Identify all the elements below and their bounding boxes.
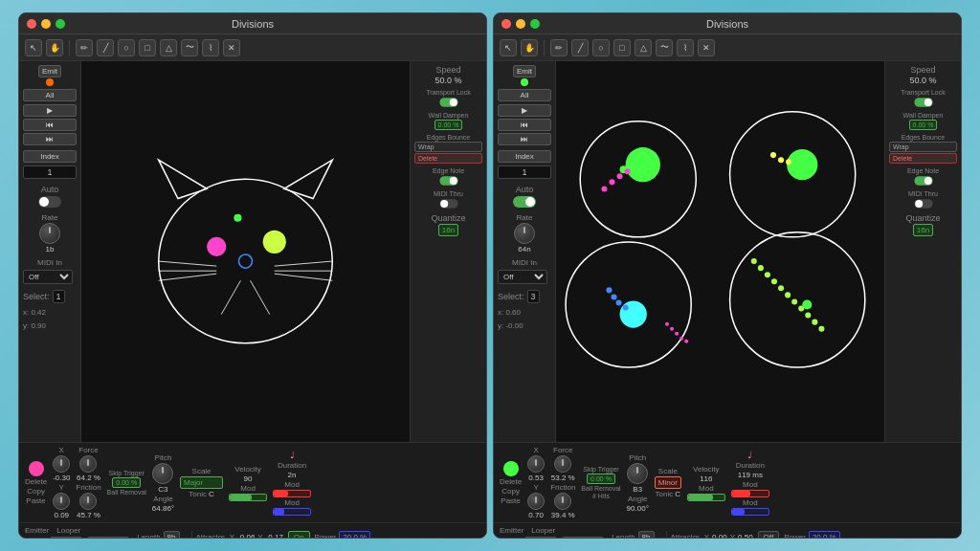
- midi-in-select[interactable]: Off: [23, 270, 73, 284]
- canvas-right[interactable]: [556, 61, 884, 442]
- circle-tool[interactable]: ○: [118, 39, 135, 56]
- triangle-tool[interactable]: △: [160, 39, 177, 56]
- close-button-right[interactable]: [501, 19, 511, 29]
- pitch-knob-r[interactable]: [627, 463, 648, 484]
- rate-knob-r[interactable]: [514, 223, 535, 244]
- canvas-left[interactable]: [81, 61, 410, 442]
- x-knob[interactable]: [53, 455, 70, 473]
- x-tool-r[interactable]: ✕: [698, 39, 715, 56]
- lasso-tool[interactable]: ⌇: [202, 39, 219, 56]
- friction-knob-r[interactable]: [554, 493, 571, 510]
- line-tool-r[interactable]: ╱: [571, 39, 589, 56]
- x-tool[interactable]: ✕: [223, 39, 240, 56]
- forward-button[interactable]: ⏭: [23, 133, 77, 145]
- clear-value-button-r[interactable]: Clear Value: [562, 537, 604, 539]
- cursor-tool-r[interactable]: ↖: [500, 39, 517, 56]
- midi-thru-toggle-r[interactable]: [914, 199, 932, 209]
- toolbar-sep-r: [544, 40, 545, 55]
- tonic-row-r: Tonic C: [656, 490, 680, 498]
- y-knob[interactable]: [53, 493, 70, 510]
- emitter-looper-group: Emitter Looper ▶ Clear All Clear Value: [25, 526, 129, 539]
- svg-point-50: [684, 340, 688, 343]
- delete-button-r[interactable]: [503, 461, 519, 476]
- transport-lock-toggle-r[interactable]: [914, 98, 932, 107]
- pencil-tool[interactable]: ✏: [76, 39, 93, 56]
- scale-dropdown-r[interactable]: Minor: [655, 476, 681, 489]
- line-tool[interactable]: ╱: [97, 39, 114, 56]
- maximize-button-right[interactable]: [530, 19, 540, 29]
- triangle-tool-r[interactable]: △: [635, 39, 652, 56]
- forward-button-r[interactable]: ⏭: [498, 133, 551, 145]
- delete-option[interactable]: Delete: [414, 153, 482, 164]
- attractor-label-r: Attractor: [671, 533, 700, 540]
- mod-bar: [229, 494, 267, 501]
- back-button[interactable]: ⏮: [23, 119, 77, 131]
- edge-note-control-r: Edge Note: [889, 167, 957, 187]
- delete-button[interactable]: [29, 461, 44, 476]
- midi-in-select-r[interactable]: Off: [498, 270, 547, 284]
- attractor-off[interactable]: Off: [758, 531, 780, 540]
- back-button-r[interactable]: ⏮: [498, 119, 551, 131]
- svg-point-36: [765, 272, 770, 277]
- angle-value: 64.86°: [152, 504, 174, 513]
- play-button[interactable]: ▶: [23, 104, 77, 117]
- force-knob-r[interactable]: [554, 455, 571, 473]
- scale-dropdown[interactable]: Major: [180, 476, 223, 489]
- pitch-knob[interactable]: [152, 463, 173, 484]
- x-knob-r[interactable]: [527, 455, 545, 473]
- clear-all-button-r[interactable]: Clear All: [524, 537, 557, 539]
- speed-label-r: Speed: [910, 65, 935, 75]
- midi-thru-toggle[interactable]: [439, 199, 457, 209]
- rec-dot[interactable]: [25, 539, 33, 540]
- rect-tool[interactable]: □: [139, 39, 156, 56]
- rect-tool-r[interactable]: □: [613, 39, 631, 56]
- attractor-on[interactable]: On: [288, 531, 310, 540]
- auto-toggle[interactable]: [38, 196, 61, 208]
- window-title-left: Divisions: [232, 18, 274, 30]
- minimize-button-right[interactable]: [516, 19, 525, 29]
- edges-bounce-control-r: Edges Bounce Wrap Delete: [889, 134, 957, 164]
- auto-toggle-r[interactable]: [513, 196, 536, 208]
- all-button-r[interactable]: All: [498, 89, 551, 101]
- rate-knob[interactable]: [39, 223, 60, 244]
- delete-option-r[interactable]: Delete: [889, 153, 957, 164]
- index-button-r[interactable]: Index: [498, 150, 551, 163]
- close-button-left[interactable]: [27, 19, 36, 29]
- power-group: Power 20.0 %: [315, 531, 371, 540]
- y-knob-r[interactable]: [527, 493, 545, 510]
- wave-tool-r[interactable]: 〜: [656, 39, 673, 56]
- svg-point-39: [785, 292, 791, 298]
- friction-knob[interactable]: [79, 493, 97, 510]
- edge-note-toggle[interactable]: [439, 176, 457, 186]
- index-value-r: 1: [498, 165, 551, 179]
- emit-button-r[interactable]: Emit: [513, 65, 536, 77]
- lasso-tool-r[interactable]: ⌇: [677, 39, 694, 56]
- minimize-button-left[interactable]: [41, 19, 51, 29]
- transport-lock-toggle[interactable]: [439, 98, 457, 107]
- pencil-tool-r[interactable]: ✏: [550, 39, 568, 56]
- edge-note-control: Edge Note: [414, 167, 482, 187]
- wrap-option[interactable]: Wrap: [414, 142, 482, 152]
- hand-tool-r[interactable]: ✋: [521, 39, 538, 56]
- auto-label: Auto: [23, 185, 77, 194]
- cursor-tool[interactable]: ↖: [25, 39, 42, 56]
- wave-tool[interactable]: 〜: [181, 39, 198, 56]
- speed-control: Speed 50.0 %: [414, 65, 482, 85]
- clear-value-button[interactable]: Clear Value: [87, 537, 129, 539]
- play-icon[interactable]: ▶: [37, 537, 45, 539]
- maximize-button-left[interactable]: [56, 19, 65, 29]
- wrap-option-r[interactable]: Wrap: [889, 142, 957, 152]
- speed-value-r: 50.0 %: [909, 76, 936, 85]
- hand-tool[interactable]: ✋: [46, 39, 63, 56]
- rate-group: Rate 1b: [23, 213, 77, 253]
- emit-button[interactable]: Emit: [38, 65, 61, 77]
- play-button-r[interactable]: ▶: [498, 104, 551, 117]
- force-knob[interactable]: [79, 455, 97, 473]
- all-button[interactable]: All: [23, 89, 77, 101]
- play-icon-r[interactable]: ▶: [512, 537, 520, 539]
- edge-note-toggle-r[interactable]: [914, 176, 932, 186]
- clear-all-button[interactable]: Clear All: [50, 537, 82, 539]
- index-button[interactable]: Index: [23, 150, 77, 163]
- circle-tool-r[interactable]: ○: [592, 39, 610, 56]
- rec-dot-r[interactable]: [500, 539, 507, 540]
